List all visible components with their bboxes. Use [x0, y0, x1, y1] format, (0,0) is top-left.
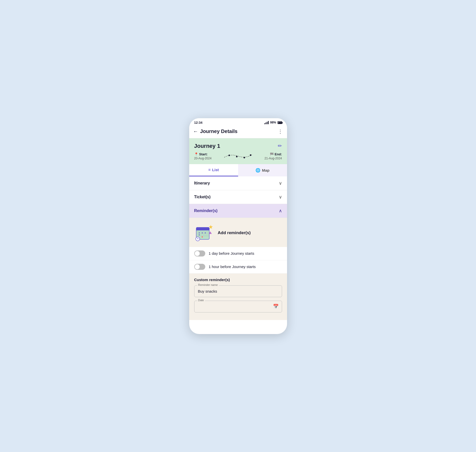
day-reminder-item: 1 day before Journey starts: [189, 247, 287, 260]
more-menu-button[interactable]: ⋮: [278, 128, 283, 135]
reminder-date-input[interactable]: [194, 301, 282, 312]
end-date: 21-Aug-2024: [264, 157, 282, 160]
svg-point-12: [205, 232, 206, 233]
phone-frame: 12:34 98% ← Journey Details ⋮ Journey 1 …: [189, 118, 287, 334]
reminder-name-label: Reminder name: [197, 283, 219, 286]
battery-icon: [278, 121, 282, 124]
tabs-bar: ≡ List 🌐 Map: [189, 164, 287, 176]
day-reminder-label: 1 day before Journey starts: [209, 251, 254, 255]
map-tab-icon: 🌐: [255, 168, 260, 173]
svg-point-0: [229, 155, 230, 156]
tab-map-label: Map: [262, 168, 269, 172]
signal-icon: [264, 121, 269, 124]
start-date: 20-Aug-2024: [194, 157, 212, 160]
add-reminder-label: Add reminder(s): [218, 230, 251, 235]
status-bar: 12:34 98%: [189, 118, 287, 126]
reminders-section-header[interactable]: Reminder(s) ∧: [189, 204, 287, 218]
tab-list-label: List: [212, 168, 219, 172]
route-start: 📍 Start: 20-Aug-2024: [194, 152, 212, 160]
itinerary-section-title: Itinerary: [194, 181, 210, 185]
reminder-name-input[interactable]: [194, 285, 282, 297]
battery-percent: 98%: [270, 121, 276, 124]
reminder-date-label: Date: [197, 299, 205, 302]
edit-journey-button[interactable]: ✏: [278, 143, 282, 149]
itinerary-section-header[interactable]: Itinerary ∨: [189, 176, 287, 190]
status-time: 12:34: [194, 121, 202, 124]
route-end: 🏁 End: 21-Aug-2024: [264, 152, 282, 160]
tickets-section-title: Ticket(s): [194, 195, 211, 199]
route-line: [212, 152, 264, 160]
reminder-illustration-area: Add reminder(s): [189, 218, 287, 247]
app-bar-left: ← Journey Details: [193, 128, 238, 134]
calendar-icon: 📅: [273, 304, 279, 309]
tickets-chevron-icon: ∨: [279, 194, 282, 200]
start-pin-icon: 📍: [194, 152, 198, 156]
start-label: 📍 Start:: [194, 152, 208, 156]
reminder-name-group: Reminder name: [194, 285, 282, 297]
svg-point-2: [244, 157, 245, 158]
reminder-illustration-image: [194, 223, 214, 243]
reminder-date-group: Date 📅: [194, 301, 282, 312]
svg-point-11: [202, 232, 203, 233]
hour-reminder-label: 1 hour before Journey starts: [209, 265, 256, 269]
status-right: 98%: [264, 121, 282, 124]
end-flag-icon: 🏁: [270, 152, 274, 156]
page-title: Journey Details: [200, 128, 238, 134]
reminders-chevron-icon: ∧: [279, 208, 282, 214]
itinerary-chevron-icon: ∨: [279, 180, 282, 186]
custom-reminder-section: Custom reminder(s) Reminder name Date 📅: [189, 274, 287, 320]
app-bar: ← Journey Details ⋮: [189, 126, 287, 138]
journey-card: Journey 1 ✏ 📍 Start: 20-Aug-2024: [189, 138, 287, 164]
svg-rect-6: [196, 229, 209, 230]
journey-card-header: Journey 1 ✏: [194, 143, 282, 149]
svg-point-10: [199, 232, 200, 233]
back-button[interactable]: ←: [193, 128, 198, 134]
tab-list[interactable]: ≡ List: [189, 164, 238, 176]
svg-point-13: [199, 234, 200, 235]
svg-point-1: [236, 156, 238, 157]
reminders-content: Add reminder(s) 1 day before Journey sta…: [189, 218, 287, 320]
end-label: 🏁 End:: [270, 152, 282, 156]
custom-reminder-title: Custom reminder(s): [194, 278, 282, 282]
tickets-section-header[interactable]: Ticket(s) ∨: [189, 190, 287, 204]
svg-point-14: [201, 236, 203, 237]
reminders-section-title: Reminder(s): [194, 209, 218, 213]
svg-point-3: [250, 154, 251, 156]
tab-map[interactable]: 🌐 Map: [238, 164, 287, 176]
list-tab-icon: ≡: [208, 168, 211, 172]
journey-route: 📍 Start: 20-Aug-2024 🏁 End:: [194, 152, 282, 160]
hour-reminder-toggle[interactable]: [194, 264, 205, 270]
day-reminder-toggle[interactable]: [194, 250, 205, 256]
journey-title: Journey 1: [194, 143, 220, 149]
hour-reminder-item: 1 hour before Journey starts: [189, 260, 287, 274]
